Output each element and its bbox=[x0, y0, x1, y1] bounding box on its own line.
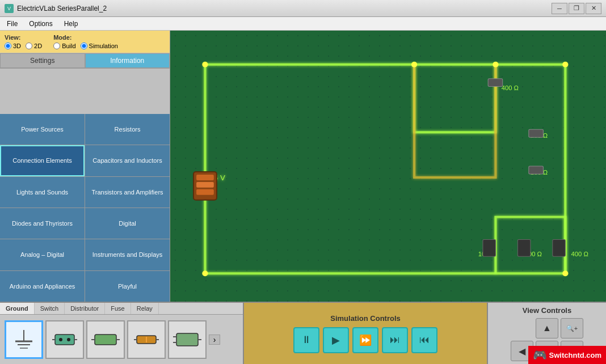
sim-step-forward-button[interactable]: ⏭ bbox=[382, 327, 408, 353]
svg-rect-14 bbox=[529, 166, 544, 174]
title-bar-left: V ElectricVLab SeriesParallel_2 bbox=[5, 4, 107, 13]
svg-rect-13 bbox=[529, 129, 544, 137]
svg-rect-15 bbox=[483, 239, 496, 256]
view-mode-row: View: 3D 2D Mo bbox=[5, 34, 165, 49]
svg-rect-28 bbox=[55, 335, 74, 345]
component-playful[interactable]: Playful bbox=[85, 271, 170, 302]
mode-simulation-radio[interactable] bbox=[81, 43, 87, 49]
svg-rect-9 bbox=[196, 175, 214, 180]
view-2d-radio[interactable] bbox=[26, 43, 32, 49]
view-up-button[interactable]: ▲ bbox=[536, 318, 558, 338]
app-title: ElectricVLab SeriesParallel_2 bbox=[17, 5, 107, 12]
svg-rect-17 bbox=[553, 239, 566, 256]
tray-tab-ground[interactable]: Ground bbox=[0, 303, 35, 314]
panel-tabs: Settings Information bbox=[0, 53, 170, 69]
title-controls: ─ ❐ ✕ bbox=[552, 3, 601, 14]
component-tray: Ground Switch Distributor Fuse Relay bbox=[0, 303, 244, 364]
tray-scroll-right[interactable]: › bbox=[209, 335, 220, 345]
view-zoom-in-button[interactable]: 🔍+ bbox=[561, 318, 583, 338]
mode-simulation-label[interactable]: Simulation bbox=[81, 43, 118, 49]
svg-point-18 bbox=[202, 62, 208, 67]
svg-rect-10 bbox=[196, 182, 214, 188]
circuit-diagram: 5 V 400 Ω 200 Ω 100 Ω 100 Ω 200 Ω 400 Ω bbox=[170, 31, 606, 302]
minimize-button[interactable]: ─ bbox=[552, 3, 567, 14]
svg-rect-16 bbox=[517, 239, 531, 256]
component-lights-sounds[interactable]: Lights and Sounds bbox=[0, 177, 85, 208]
component-analog-digital[interactable]: Analog – Digital bbox=[0, 239, 85, 270]
left-panel: View: 3D 2D Mo bbox=[0, 31, 170, 302]
tray-item-5[interactable] bbox=[168, 320, 207, 359]
component-resistors[interactable]: Resistors bbox=[85, 114, 170, 145]
sim-buttons: ⏸ ▶ ⏩ ⏭ ⏮ bbox=[293, 327, 437, 353]
svg-point-23 bbox=[493, 62, 498, 67]
tray-tab-switch[interactable]: Switch bbox=[35, 303, 65, 314]
tray-tab-fuse[interactable]: Fuse bbox=[105, 303, 131, 314]
svg-point-32 bbox=[67, 338, 70, 341]
tray-item-4[interactable] bbox=[127, 320, 166, 359]
close-button[interactable]: ✕ bbox=[586, 3, 601, 14]
svg-point-20 bbox=[202, 270, 208, 276]
mode-options: Build Simulation bbox=[53, 43, 118, 49]
component-connection-elements[interactable]: Connection Elements bbox=[0, 145, 85, 176]
component-capacitors-inductors[interactable]: Capacitors and Inductors bbox=[85, 145, 170, 176]
component-digital[interactable]: Digital bbox=[85, 208, 170, 239]
main-container: View: 3D 2D Mo bbox=[0, 31, 606, 364]
tab-information[interactable]: Information bbox=[85, 53, 170, 68]
watermark-logo: 🎮 bbox=[533, 348, 547, 362]
svg-text:400 Ω: 400 Ω bbox=[502, 84, 519, 91]
mode-build-radio[interactable] bbox=[53, 43, 60, 49]
bottom-panel: Ground Switch Distributor Fuse Relay bbox=[0, 302, 606, 364]
sim-rewind-button[interactable]: ⏮ bbox=[411, 327, 437, 353]
view-options: 3D 2D bbox=[5, 43, 42, 49]
content-area: View: 3D 2D Mo bbox=[0, 31, 606, 302]
sim-pause-button[interactable]: ⏸ bbox=[293, 327, 319, 353]
sim-controls: Simulation Controls ⏸ ▶ ⏩ ⏭ ⏮ bbox=[244, 303, 487, 364]
restore-button[interactable]: ❐ bbox=[569, 3, 584, 14]
view-group: View: 3D 2D bbox=[5, 34, 42, 49]
mode-group: Mode: Build Simulation bbox=[53, 34, 118, 49]
view-3d-radio[interactable] bbox=[5, 43, 11, 49]
mode-build-label[interactable]: Build bbox=[53, 43, 75, 49]
tray-tab-relay[interactable]: Relay bbox=[131, 303, 159, 314]
component-transistors-amplifiers[interactable]: Transistors and Amplifiers bbox=[85, 177, 170, 208]
sim-play-button[interactable]: ▶ bbox=[323, 327, 349, 353]
app-icon: V bbox=[5, 4, 14, 13]
view-controls-title: View Controls bbox=[523, 306, 571, 315]
title-bar: V ElectricVLab SeriesParallel_2 ─ ❐ ✕ bbox=[0, 0, 606, 17]
view-3d-label[interactable]: 3D bbox=[5, 43, 21, 49]
tray-item-2[interactable] bbox=[45, 320, 84, 359]
view-mode-section: View: 3D 2D Mo bbox=[0, 31, 170, 53]
svg-point-21 bbox=[562, 270, 568, 276]
menu-help[interactable]: Help bbox=[60, 19, 83, 29]
component-grid: Power Sources Resistors Connection Eleme… bbox=[0, 114, 170, 302]
svg-rect-33 bbox=[95, 335, 116, 345]
tray-tabs: Ground Switch Distributor Fuse Relay bbox=[0, 303, 243, 315]
view-label: View: bbox=[5, 34, 42, 41]
sim-fast-forward-button[interactable]: ⏩ bbox=[352, 327, 378, 353]
mode-label: Mode: bbox=[53, 34, 118, 41]
svg-text:400 Ω: 400 Ω bbox=[571, 251, 588, 257]
watermark-text: Switchntd.com bbox=[549, 351, 601, 359]
info-content-area bbox=[0, 69, 170, 114]
tab-settings[interactable]: Settings bbox=[0, 53, 85, 68]
svg-point-22 bbox=[411, 62, 417, 67]
svg-point-19 bbox=[562, 62, 568, 67]
svg-rect-12 bbox=[488, 79, 503, 87]
component-arduino-appliances[interactable]: Arduino and Appliances bbox=[0, 271, 85, 302]
sim-controls-title: Simulation Controls bbox=[330, 314, 401, 323]
tray-item-3[interactable] bbox=[86, 320, 125, 359]
simulation-canvas[interactable]: 5 V 400 Ω 200 Ω 100 Ω 100 Ω 200 Ω 400 Ω bbox=[170, 31, 606, 302]
tray-tab-distributor[interactable]: Distributor bbox=[65, 303, 105, 314]
menu-bar: File Options Help bbox=[0, 17, 606, 31]
svg-rect-11 bbox=[196, 189, 214, 195]
watermark: 🎮 Switchntd.com bbox=[528, 346, 606, 364]
svg-point-31 bbox=[59, 338, 62, 341]
view-2d-label[interactable]: 2D bbox=[26, 43, 42, 49]
menu-options[interactable]: Options bbox=[24, 19, 57, 29]
component-diodes-thyristors[interactable]: Diodes and Thyristors bbox=[0, 208, 85, 239]
tray-item-1[interactable] bbox=[5, 320, 43, 359]
component-power-sources[interactable]: Power Sources bbox=[0, 114, 85, 145]
component-instruments-displays[interactable]: Instruments and Displays bbox=[85, 239, 170, 270]
menu-file[interactable]: File bbox=[2, 19, 22, 29]
svg-rect-40 bbox=[176, 333, 198, 346]
